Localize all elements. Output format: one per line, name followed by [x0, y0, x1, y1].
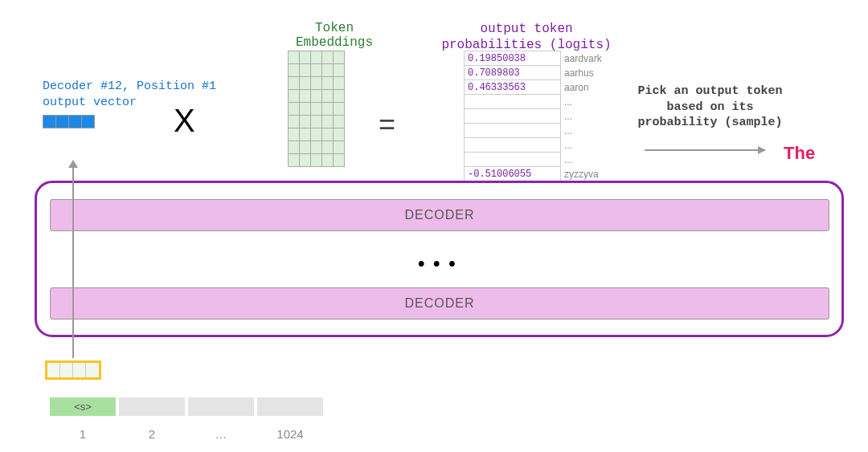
pick-output-label: Pick an output token based on its probab…: [636, 83, 784, 131]
vector-cell: [86, 363, 99, 377]
logit-value: [465, 138, 561, 153]
logit-word: aardvark: [561, 51, 609, 66]
table-row: 0.7089803aarhus: [465, 66, 609, 80]
table-row: ...: [465, 138, 609, 153]
logit-word: ...: [561, 95, 609, 109]
decoder-layer: DECODER: [50, 287, 829, 320]
decoder-layer: DECODER: [50, 199, 829, 231]
logit-value: [465, 95, 561, 109]
vector-cell: [60, 363, 73, 377]
logit-word: ...: [561, 138, 609, 153]
embeddings-label: Token Embeddings: [290, 21, 379, 50]
arrow-up-icon: [72, 162, 74, 358]
table-row: ...: [465, 109, 609, 124]
logit-word: ...: [561, 124, 609, 138]
input-vector: [45, 360, 101, 380]
logit-word: ...: [561, 109, 609, 124]
embedding-matrix: [289, 51, 345, 167]
logit-word: ...: [561, 153, 609, 167]
logit-word: aarhus: [561, 66, 609, 80]
vector-cell: [47, 363, 60, 377]
logit-value: 0.46333563: [465, 80, 561, 95]
multiply-icon: X: [174, 103, 195, 139]
table-row: ...: [465, 95, 609, 109]
vector-cell: [43, 115, 56, 128]
arrow-up-head-icon: [68, 160, 78, 168]
table-row: ...: [465, 124, 609, 138]
logit-value: [465, 124, 561, 138]
equals-icon: =: [379, 108, 395, 141]
logits-label: output token probabilities (logits): [438, 21, 615, 53]
position-number: 1024: [257, 427, 323, 441]
vector-cell: [55, 115, 69, 128]
logit-value: 0.19850038: [465, 51, 561, 66]
vector-cell: [81, 115, 95, 128]
table-row: ...: [465, 153, 609, 167]
table-row: -0.51006055zyzzyva: [465, 167, 609, 181]
vector-cell: [73, 363, 86, 377]
position-number: 2: [119, 427, 185, 441]
sampled-token: The: [784, 143, 815, 164]
logit-word: aaron: [561, 80, 609, 95]
logit-value: [465, 109, 561, 124]
logit-value: -0.51006055: [465, 167, 561, 181]
logit-value: 0.7089803: [465, 66, 561, 80]
vector-cell: [68, 115, 82, 128]
positions-row: 1 2 … 1024: [50, 427, 323, 441]
ellipsis-icon: • • •: [418, 252, 457, 275]
input-tokens-row: <s>: [50, 397, 323, 416]
logits-table: 0.19850038aardvark 0.7089803aarhus 0.463…: [464, 51, 609, 181]
position-number: 1: [50, 427, 116, 441]
input-token: <s>: [50, 397, 116, 416]
output-vector-cells: [43, 115, 94, 128]
input-token: [119, 397, 185, 416]
input-token: [188, 397, 254, 416]
position-number: …: [188, 427, 254, 441]
input-token: [257, 397, 323, 416]
table-row: 0.19850038aardvark: [465, 51, 609, 66]
arrow-right-icon: [645, 149, 765, 151]
logit-value: [465, 153, 561, 167]
table-row: 0.46333563aaron: [465, 80, 609, 95]
logit-word: zyzzyva: [561, 167, 609, 181]
